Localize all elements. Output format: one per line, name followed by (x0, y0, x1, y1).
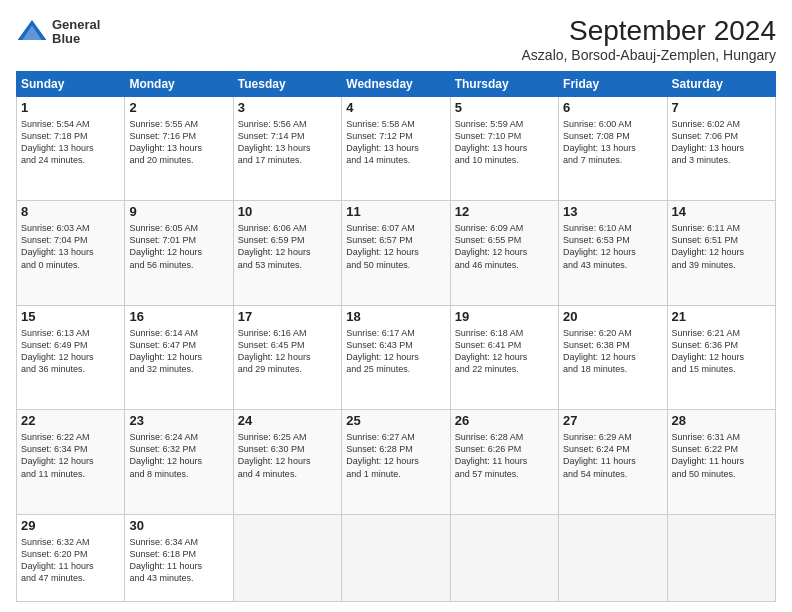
day-number: 12 (455, 204, 554, 221)
day-number: 17 (238, 309, 337, 326)
calendar-cell: 7Sunrise: 6:02 AM Sunset: 7:06 PM Daylig… (667, 96, 775, 200)
calendar-cell: 26Sunrise: 6:28 AM Sunset: 6:26 PM Dayli… (450, 410, 558, 514)
week-row-2: 8Sunrise: 6:03 AM Sunset: 7:04 PM Daylig… (17, 201, 776, 305)
day-info: Sunrise: 6:20 AM Sunset: 6:38 PM Dayligh… (563, 327, 662, 376)
day-number: 29 (21, 518, 120, 535)
logo-line2: Blue (52, 32, 100, 46)
day-number: 9 (129, 204, 228, 221)
week-row-1: 1Sunrise: 5:54 AM Sunset: 7:18 PM Daylig… (17, 96, 776, 200)
day-number: 20 (563, 309, 662, 326)
logo: General Blue (16, 16, 100, 48)
day-info: Sunrise: 5:58 AM Sunset: 7:12 PM Dayligh… (346, 118, 445, 167)
day-info: Sunrise: 6:17 AM Sunset: 6:43 PM Dayligh… (346, 327, 445, 376)
day-info: Sunrise: 6:00 AM Sunset: 7:08 PM Dayligh… (563, 118, 662, 167)
calendar-cell: 2Sunrise: 5:55 AM Sunset: 7:16 PM Daylig… (125, 96, 233, 200)
day-number: 18 (346, 309, 445, 326)
page: General Blue September 2024 Aszalo, Bors… (0, 0, 792, 612)
calendar-table: SundayMondayTuesdayWednesdayThursdayFrid… (16, 71, 776, 602)
weekday-header-thursday: Thursday (450, 71, 558, 96)
calendar-cell: 4Sunrise: 5:58 AM Sunset: 7:12 PM Daylig… (342, 96, 450, 200)
week-row-4: 22Sunrise: 6:22 AM Sunset: 6:34 PM Dayli… (17, 410, 776, 514)
calendar-cell (559, 514, 667, 601)
day-number: 21 (672, 309, 771, 326)
day-number: 24 (238, 413, 337, 430)
day-info: Sunrise: 6:22 AM Sunset: 6:34 PM Dayligh… (21, 431, 120, 480)
calendar-cell (450, 514, 558, 601)
day-info: Sunrise: 6:32 AM Sunset: 6:20 PM Dayligh… (21, 536, 120, 585)
day-number: 3 (238, 100, 337, 117)
calendar-cell: 10Sunrise: 6:06 AM Sunset: 6:59 PM Dayli… (233, 201, 341, 305)
calendar-cell: 12Sunrise: 6:09 AM Sunset: 6:55 PM Dayli… (450, 201, 558, 305)
day-info: Sunrise: 6:02 AM Sunset: 7:06 PM Dayligh… (672, 118, 771, 167)
calendar-header-row: SundayMondayTuesdayWednesdayThursdayFrid… (17, 71, 776, 96)
calendar-cell (233, 514, 341, 601)
weekday-header-saturday: Saturday (667, 71, 775, 96)
day-number: 1 (21, 100, 120, 117)
calendar-cell: 24Sunrise: 6:25 AM Sunset: 6:30 PM Dayli… (233, 410, 341, 514)
day-number: 26 (455, 413, 554, 430)
day-info: Sunrise: 6:10 AM Sunset: 6:53 PM Dayligh… (563, 222, 662, 271)
logo-line1: General (52, 18, 100, 32)
day-info: Sunrise: 6:24 AM Sunset: 6:32 PM Dayligh… (129, 431, 228, 480)
day-info: Sunrise: 6:09 AM Sunset: 6:55 PM Dayligh… (455, 222, 554, 271)
day-info: Sunrise: 6:29 AM Sunset: 6:24 PM Dayligh… (563, 431, 662, 480)
logo-icon (16, 16, 48, 48)
calendar-cell (342, 514, 450, 601)
day-info: Sunrise: 5:55 AM Sunset: 7:16 PM Dayligh… (129, 118, 228, 167)
day-number: 10 (238, 204, 337, 221)
title-block: September 2024 Aszalo, Borsod-Abauj-Zemp… (522, 16, 776, 63)
day-info: Sunrise: 6:03 AM Sunset: 7:04 PM Dayligh… (21, 222, 120, 271)
day-info: Sunrise: 6:16 AM Sunset: 6:45 PM Dayligh… (238, 327, 337, 376)
day-info: Sunrise: 6:28 AM Sunset: 6:26 PM Dayligh… (455, 431, 554, 480)
calendar-cell: 8Sunrise: 6:03 AM Sunset: 7:04 PM Daylig… (17, 201, 125, 305)
calendar-cell: 3Sunrise: 5:56 AM Sunset: 7:14 PM Daylig… (233, 96, 341, 200)
page-subtitle: Aszalo, Borsod-Abauj-Zemplen, Hungary (522, 47, 776, 63)
day-number: 22 (21, 413, 120, 430)
week-row-3: 15Sunrise: 6:13 AM Sunset: 6:49 PM Dayli… (17, 305, 776, 409)
day-info: Sunrise: 6:11 AM Sunset: 6:51 PM Dayligh… (672, 222, 771, 271)
day-info: Sunrise: 6:27 AM Sunset: 6:28 PM Dayligh… (346, 431, 445, 480)
day-number: 8 (21, 204, 120, 221)
logo-text: General Blue (52, 18, 100, 47)
day-number: 16 (129, 309, 228, 326)
day-number: 27 (563, 413, 662, 430)
calendar-cell: 1Sunrise: 5:54 AM Sunset: 7:18 PM Daylig… (17, 96, 125, 200)
day-number: 25 (346, 413, 445, 430)
weekday-header-tuesday: Tuesday (233, 71, 341, 96)
calendar-cell: 21Sunrise: 6:21 AM Sunset: 6:36 PM Dayli… (667, 305, 775, 409)
day-info: Sunrise: 6:07 AM Sunset: 6:57 PM Dayligh… (346, 222, 445, 271)
day-number: 23 (129, 413, 228, 430)
calendar-cell: 9Sunrise: 6:05 AM Sunset: 7:01 PM Daylig… (125, 201, 233, 305)
calendar-cell: 11Sunrise: 6:07 AM Sunset: 6:57 PM Dayli… (342, 201, 450, 305)
day-number: 5 (455, 100, 554, 117)
calendar-cell: 29Sunrise: 6:32 AM Sunset: 6:20 PM Dayli… (17, 514, 125, 601)
weekday-header-wednesday: Wednesday (342, 71, 450, 96)
day-number: 2 (129, 100, 228, 117)
week-row-5: 29Sunrise: 6:32 AM Sunset: 6:20 PM Dayli… (17, 514, 776, 601)
calendar-cell: 27Sunrise: 6:29 AM Sunset: 6:24 PM Dayli… (559, 410, 667, 514)
day-info: Sunrise: 6:21 AM Sunset: 6:36 PM Dayligh… (672, 327, 771, 376)
day-number: 14 (672, 204, 771, 221)
day-number: 4 (346, 100, 445, 117)
weekday-header-friday: Friday (559, 71, 667, 96)
header: General Blue September 2024 Aszalo, Bors… (16, 16, 776, 63)
calendar-cell: 16Sunrise: 6:14 AM Sunset: 6:47 PM Dayli… (125, 305, 233, 409)
weekday-header-sunday: Sunday (17, 71, 125, 96)
calendar-cell: 25Sunrise: 6:27 AM Sunset: 6:28 PM Dayli… (342, 410, 450, 514)
day-info: Sunrise: 6:25 AM Sunset: 6:30 PM Dayligh… (238, 431, 337, 480)
day-number: 6 (563, 100, 662, 117)
calendar-cell: 28Sunrise: 6:31 AM Sunset: 6:22 PM Dayli… (667, 410, 775, 514)
page-title: September 2024 (522, 16, 776, 47)
calendar-cell: 6Sunrise: 6:00 AM Sunset: 7:08 PM Daylig… (559, 96, 667, 200)
day-info: Sunrise: 6:14 AM Sunset: 6:47 PM Dayligh… (129, 327, 228, 376)
day-info: Sunrise: 6:06 AM Sunset: 6:59 PM Dayligh… (238, 222, 337, 271)
calendar-cell: 22Sunrise: 6:22 AM Sunset: 6:34 PM Dayli… (17, 410, 125, 514)
day-info: Sunrise: 6:31 AM Sunset: 6:22 PM Dayligh… (672, 431, 771, 480)
calendar-cell: 5Sunrise: 5:59 AM Sunset: 7:10 PM Daylig… (450, 96, 558, 200)
calendar-cell: 13Sunrise: 6:10 AM Sunset: 6:53 PM Dayli… (559, 201, 667, 305)
day-number: 30 (129, 518, 228, 535)
calendar-cell (667, 514, 775, 601)
day-number: 13 (563, 204, 662, 221)
day-info: Sunrise: 5:54 AM Sunset: 7:18 PM Dayligh… (21, 118, 120, 167)
day-info: Sunrise: 6:18 AM Sunset: 6:41 PM Dayligh… (455, 327, 554, 376)
